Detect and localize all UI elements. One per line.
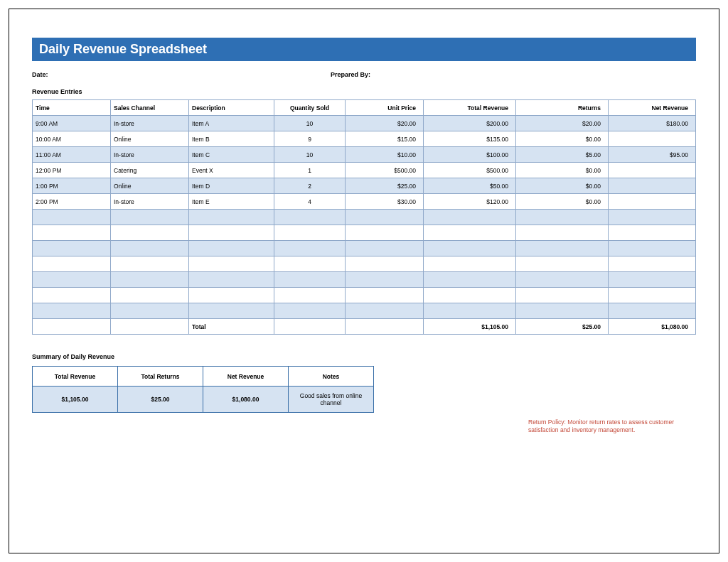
cell-unit-price[interactable] <box>346 272 424 288</box>
cell-qty[interactable] <box>274 303 346 319</box>
cell-unit-price[interactable]: $10.00 <box>346 147 424 163</box>
cell-time[interactable]: 10:00 AM <box>33 131 111 147</box>
cell-channel[interactable]: In-store <box>111 194 189 210</box>
cell-description[interactable]: Item C <box>189 147 274 163</box>
cell-returns[interactable] <box>516 210 609 225</box>
cell-time[interactable] <box>33 272 111 288</box>
cell-returns[interactable] <box>516 225 609 241</box>
cell-total-revenue[interactable]: $500.00 <box>424 163 516 178</box>
cell-description[interactable]: Item D <box>189 178 274 194</box>
cell-channel[interactable]: In-store <box>111 116 189 131</box>
cell-qty[interactable] <box>274 241 346 256</box>
cell-total-revenue[interactable]: $135.00 <box>424 131 516 147</box>
cell-description[interactable]: Event X <box>189 163 274 178</box>
cell-net-revenue[interactable] <box>609 178 696 194</box>
cell-unit-price[interactable] <box>346 210 424 225</box>
cell-returns[interactable] <box>516 272 609 288</box>
cell-total-revenue[interactable]: $100.00 <box>424 147 516 163</box>
cell-qty[interactable]: 10 <box>274 147 346 163</box>
cell-channel[interactable] <box>111 225 189 241</box>
cell-unit-price[interactable] <box>346 241 424 256</box>
cell-unit-price[interactable]: $25.00 <box>346 178 424 194</box>
cell-returns[interactable]: $0.00 <box>516 178 609 194</box>
cell-total-revenue[interactable] <box>424 256 516 272</box>
cell-net-revenue[interactable] <box>609 241 696 256</box>
cell-total-revenue[interactable] <box>424 210 516 225</box>
cell-returns[interactable] <box>516 241 609 256</box>
cell-qty[interactable] <box>274 210 346 225</box>
cell-net-revenue[interactable] <box>609 272 696 288</box>
cell-time[interactable]: 1:00 PM <box>33 178 111 194</box>
cell-total-revenue[interactable] <box>424 225 516 241</box>
cell-total-revenue[interactable] <box>424 241 516 256</box>
cell-time[interactable] <box>33 256 111 272</box>
cell-time[interactable]: 11:00 AM <box>33 147 111 163</box>
cell-qty[interactable]: 10 <box>274 116 346 131</box>
cell-qty[interactable] <box>274 256 346 272</box>
cell-returns[interactable]: $0.00 <box>516 194 609 210</box>
cell-unit-price[interactable] <box>346 225 424 241</box>
cell-total-revenue[interactable]: $120.00 <box>424 194 516 210</box>
cell-net-revenue[interactable] <box>609 194 696 210</box>
cell-returns[interactable] <box>516 303 609 319</box>
cell-net-revenue[interactable] <box>609 288 696 303</box>
cell-description[interactable] <box>189 256 274 272</box>
cell-returns[interactable]: $0.00 <box>516 163 609 178</box>
cell-returns[interactable]: $0.00 <box>516 131 609 147</box>
cell-total-revenue[interactable]: $200.00 <box>424 116 516 131</box>
cell-unit-price[interactable] <box>346 288 424 303</box>
cell-net-revenue[interactable] <box>609 225 696 241</box>
cell-net-revenue[interactable] <box>609 303 696 319</box>
cell-returns[interactable] <box>516 288 609 303</box>
cell-total-revenue[interactable] <box>424 303 516 319</box>
cell-description[interactable] <box>189 241 274 256</box>
cell-unit-price[interactable] <box>346 303 424 319</box>
cell-unit-price[interactable]: $500.00 <box>346 163 424 178</box>
cell-description[interactable]: Item E <box>189 194 274 210</box>
cell-unit-price[interactable]: $20.00 <box>346 116 424 131</box>
cell-description[interactable]: Item A <box>189 116 274 131</box>
cell-channel[interactable] <box>111 210 189 225</box>
cell-net-revenue[interactable] <box>609 210 696 225</box>
cell-net-revenue[interactable] <box>609 163 696 178</box>
cell-channel[interactable]: Catering <box>111 163 189 178</box>
cell-time[interactable] <box>33 225 111 241</box>
cell-time[interactable] <box>33 303 111 319</box>
cell-unit-price[interactable] <box>346 256 424 272</box>
cell-qty[interactable]: 1 <box>274 163 346 178</box>
cell-description[interactable] <box>189 288 274 303</box>
cell-channel[interactable]: Online <box>111 131 189 147</box>
cell-net-revenue[interactable] <box>609 256 696 272</box>
cell-net-revenue[interactable]: $180.00 <box>609 116 696 131</box>
cell-total-revenue[interactable] <box>424 288 516 303</box>
cell-time[interactable] <box>33 241 111 256</box>
cell-description[interactable] <box>189 225 274 241</box>
cell-time[interactable]: 2:00 PM <box>33 194 111 210</box>
cell-qty[interactable]: 4 <box>274 194 346 210</box>
cell-channel[interactable]: In-store <box>111 147 189 163</box>
cell-description[interactable] <box>189 210 274 225</box>
cell-time[interactable]: 9:00 AM <box>33 116 111 131</box>
cell-channel[interactable] <box>111 288 189 303</box>
cell-returns[interactable]: $20.00 <box>516 116 609 131</box>
cell-qty[interactable]: 2 <box>274 178 346 194</box>
cell-description[interactable] <box>189 272 274 288</box>
cell-net-revenue[interactable]: $95.00 <box>609 147 696 163</box>
cell-qty[interactable] <box>274 225 346 241</box>
cell-channel[interactable] <box>111 256 189 272</box>
cell-net-revenue[interactable] <box>609 131 696 147</box>
cell-channel[interactable]: Online <box>111 178 189 194</box>
cell-qty[interactable] <box>274 288 346 303</box>
cell-total-revenue[interactable]: $50.00 <box>424 178 516 194</box>
cell-description[interactable]: Item B <box>189 131 274 147</box>
cell-unit-price[interactable]: $30.00 <box>346 194 424 210</box>
cell-time[interactable]: 12:00 PM <box>33 163 111 178</box>
cell-description[interactable] <box>189 303 274 319</box>
cell-channel[interactable] <box>111 241 189 256</box>
cell-channel[interactable] <box>111 272 189 288</box>
cell-returns[interactable] <box>516 256 609 272</box>
cell-qty[interactable] <box>274 272 346 288</box>
cell-returns[interactable]: $5.00 <box>516 147 609 163</box>
cell-unit-price[interactable]: $15.00 <box>346 131 424 147</box>
cell-time[interactable] <box>33 210 111 225</box>
